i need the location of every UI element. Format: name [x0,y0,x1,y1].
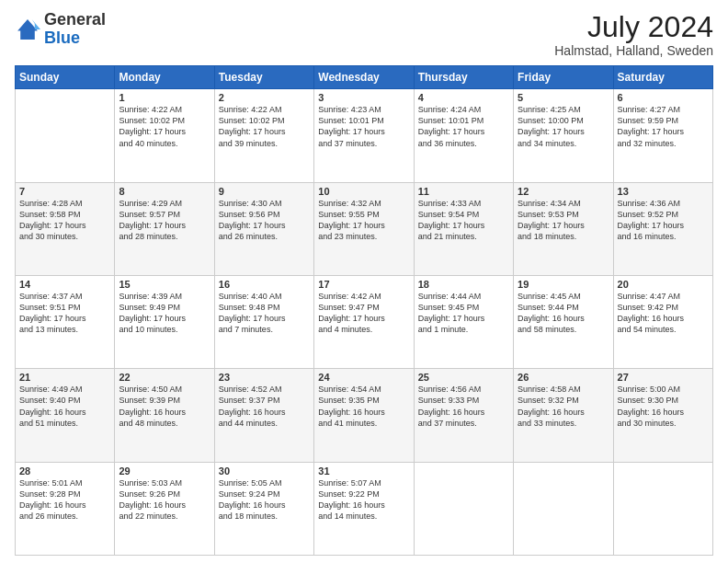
day-content: Sunrise: 4:54 AM Sunset: 9:35 PM Dayligh… [318,384,409,429]
table-row: 3Sunrise: 4:23 AM Sunset: 10:01 PM Dayli… [314,89,414,182]
day-content: Sunrise: 4:39 AM Sunset: 9:49 PM Dayligh… [119,291,210,336]
page: General Blue July 2024 Halmstad, Halland… [0,0,728,563]
day-content: Sunrise: 4:49 AM Sunset: 9:40 PM Dayligh… [19,384,110,429]
day-number: 23 [219,372,310,383]
day-number: 6 [618,92,709,103]
day-content: Sunrise: 4:44 AM Sunset: 9:45 PM Dayligh… [418,291,509,336]
day-content: Sunrise: 5:05 AM Sunset: 9:24 PM Dayligh… [219,477,310,523]
day-number: 25 [418,372,509,383]
day-content: Sunrise: 4:56 AM Sunset: 9:33 PM Dayligh… [418,384,509,429]
day-number: 20 [618,279,709,290]
day-content: Sunrise: 4:37 AM Sunset: 9:51 PM Dayligh… [19,291,110,336]
location: Halmstad, Halland, Sweden [554,43,713,58]
day-number: 4 [418,92,509,103]
day-number: 10 [318,186,409,197]
day-content: Sunrise: 5:03 AM Sunset: 9:26 PM Dayligh… [119,477,210,523]
day-number: 24 [318,372,409,383]
day-number: 21 [19,372,110,383]
table-row: 1Sunrise: 4:22 AM Sunset: 10:02 PM Dayli… [115,89,214,182]
col-wednesday: Wednesday [314,66,414,89]
day-number: 31 [318,465,409,477]
table-row [514,462,613,555]
day-content: Sunrise: 4:52 AM Sunset: 9:37 PM Dayligh… [219,384,310,429]
day-content: Sunrise: 4:42 AM Sunset: 9:47 PM Dayligh… [318,291,409,336]
col-sunday: Sunday [16,66,115,89]
logo-icon [15,17,40,42]
day-number: 12 [518,186,609,197]
logo: General Blue [15,11,106,48]
day-number: 15 [119,279,210,290]
week-row-5: 28Sunrise: 5:01 AM Sunset: 9:28 PM Dayli… [16,462,713,555]
day-content: Sunrise: 4:29 AM Sunset: 9:57 PM Dayligh… [119,198,210,243]
table-row: 26Sunrise: 4:58 AM Sunset: 9:32 PM Dayli… [514,369,613,462]
table-row: 29Sunrise: 5:03 AM Sunset: 9:26 PM Dayli… [115,462,214,555]
table-row: 17Sunrise: 4:42 AM Sunset: 9:47 PM Dayli… [314,275,414,368]
day-number: 16 [219,279,310,290]
week-row-1: 1Sunrise: 4:22 AM Sunset: 10:02 PM Dayli… [16,89,713,182]
table-row: 31Sunrise: 5:07 AM Sunset: 9:22 PM Dayli… [314,462,414,555]
svg-marker-0 [17,19,38,40]
week-row-2: 7Sunrise: 4:28 AM Sunset: 9:58 PM Daylig… [16,182,713,275]
day-number: 2 [219,92,310,103]
day-number: 8 [119,186,210,197]
calendar-table: Sunday Monday Tuesday Wednesday Thursday… [15,65,713,556]
day-number: 11 [418,186,509,197]
col-saturday: Saturday [613,66,712,89]
day-content: Sunrise: 4:50 AM Sunset: 9:39 PM Dayligh… [119,384,210,429]
month-year: July 2024 [554,11,713,43]
table-row: 21Sunrise: 4:49 AM Sunset: 9:40 PM Dayli… [16,369,115,462]
logo-text: General Blue [44,11,106,48]
day-content: Sunrise: 4:28 AM Sunset: 9:58 PM Dayligh… [19,198,110,243]
table-row: 2Sunrise: 4:22 AM Sunset: 10:02 PM Dayli… [214,89,313,182]
col-friday: Friday [514,66,613,89]
day-content: Sunrise: 4:22 AM Sunset: 10:02 PM Daylig… [219,104,310,149]
table-row: 12Sunrise: 4:34 AM Sunset: 9:53 PM Dayli… [514,182,613,275]
day-content: Sunrise: 5:01 AM Sunset: 9:28 PM Dayligh… [19,477,110,523]
day-content: Sunrise: 4:40 AM Sunset: 9:48 PM Dayligh… [219,291,310,336]
table-row: 5Sunrise: 4:25 AM Sunset: 10:00 PM Dayli… [514,89,613,182]
col-thursday: Thursday [414,66,513,89]
day-number: 18 [418,279,509,290]
day-content: Sunrise: 4:33 AM Sunset: 9:54 PM Dayligh… [418,198,509,243]
day-number: 14 [19,279,110,290]
table-row: 27Sunrise: 5:00 AM Sunset: 9:30 PM Dayli… [613,369,712,462]
week-row-4: 21Sunrise: 4:49 AM Sunset: 9:40 PM Dayli… [16,369,713,462]
table-row: 7Sunrise: 4:28 AM Sunset: 9:58 PM Daylig… [16,182,115,275]
day-number: 3 [318,92,409,103]
table-row [16,89,115,182]
day-number: 29 [119,465,210,477]
day-content: Sunrise: 4:32 AM Sunset: 9:55 PM Dayligh… [318,198,409,243]
col-tuesday: Tuesday [214,66,313,89]
day-number: 13 [618,186,709,197]
week-row-3: 14Sunrise: 4:37 AM Sunset: 9:51 PM Dayli… [16,275,713,368]
day-content: Sunrise: 4:22 AM Sunset: 10:02 PM Daylig… [119,104,210,149]
calendar-header-row: Sunday Monday Tuesday Wednesday Thursday… [16,66,713,89]
day-content: Sunrise: 5:00 AM Sunset: 9:30 PM Dayligh… [618,384,709,429]
table-row: 18Sunrise: 4:44 AM Sunset: 9:45 PM Dayli… [414,275,513,368]
day-number: 27 [618,372,709,383]
table-row: 4Sunrise: 4:24 AM Sunset: 10:01 PM Dayli… [414,89,513,182]
day-number: 17 [318,279,409,290]
day-number: 7 [19,186,110,197]
title-block: July 2024 Halmstad, Halland, Sweden [554,11,713,58]
table-row: 30Sunrise: 5:05 AM Sunset: 9:24 PM Dayli… [214,462,313,555]
table-row: 24Sunrise: 4:54 AM Sunset: 9:35 PM Dayli… [314,369,414,462]
day-number: 26 [518,372,609,383]
day-number: 9 [219,186,310,197]
col-monday: Monday [115,66,214,89]
day-content: Sunrise: 5:07 AM Sunset: 9:22 PM Dayligh… [318,477,409,523]
table-row [613,462,712,555]
day-content: Sunrise: 4:47 AM Sunset: 9:42 PM Dayligh… [618,291,709,336]
table-row: 25Sunrise: 4:56 AM Sunset: 9:33 PM Dayli… [414,369,513,462]
table-row: 23Sunrise: 4:52 AM Sunset: 9:37 PM Dayli… [214,369,313,462]
day-content: Sunrise: 4:25 AM Sunset: 10:00 PM Daylig… [518,104,609,149]
table-row: 16Sunrise: 4:40 AM Sunset: 9:48 PM Dayli… [214,275,313,368]
day-number: 30 [219,465,310,477]
day-content: Sunrise: 4:36 AM Sunset: 9:52 PM Dayligh… [618,198,709,243]
header: General Blue July 2024 Halmstad, Halland… [15,11,713,58]
day-content: Sunrise: 4:24 AM Sunset: 10:01 PM Daylig… [418,104,509,149]
day-number: 1 [119,92,210,103]
table-row: 20Sunrise: 4:47 AM Sunset: 9:42 PM Dayli… [613,275,712,368]
table-row: 13Sunrise: 4:36 AM Sunset: 9:52 PM Dayli… [613,182,712,275]
day-number: 19 [518,279,609,290]
